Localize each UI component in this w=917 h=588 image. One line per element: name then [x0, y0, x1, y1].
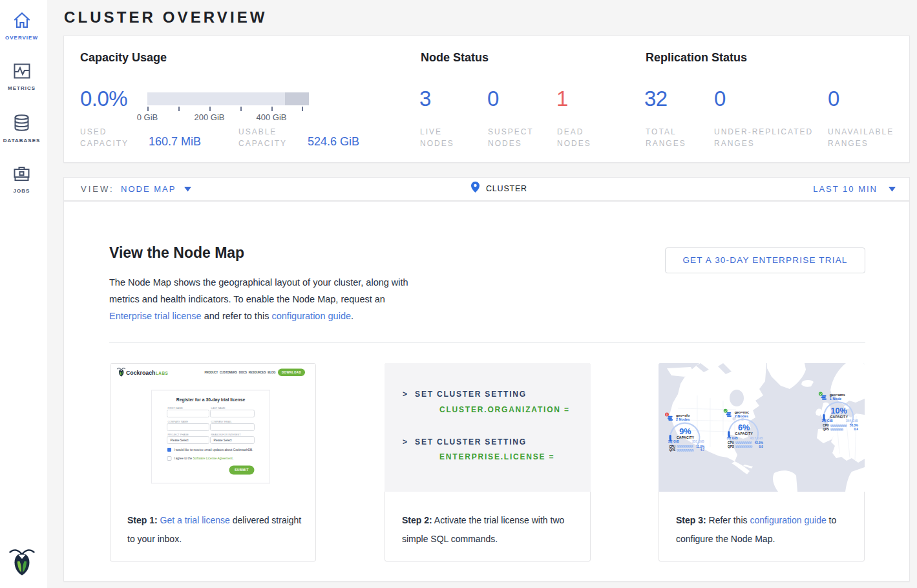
svg-text:3.6 GiB: 3.6 GiB — [822, 419, 834, 423]
svg-text:LAST NAME: LAST NAME — [211, 406, 226, 410]
svg-text:PROJECT PHASE: PROJECT PHASE — [168, 433, 189, 436]
svg-text:43.7 GiB: 43.7 GiB — [750, 436, 763, 440]
svg-text:351 GiB: 351 GiB — [692, 439, 704, 443]
svg-text:I would like to receive email: I would like to receive email updates ab… — [174, 448, 253, 452]
svg-text:3.7 GiB: 3.7 GiB — [726, 436, 738, 440]
svg-text:FIRST NAME: FIRST NAME — [168, 406, 184, 410]
svg-text:REASON FOR INTEREST: REASON FOR INTEREST — [211, 433, 242, 436]
svg-text:42.5%: 42.5% — [755, 441, 763, 445]
svg-text:11.0%: 11.0% — [696, 445, 704, 448]
svg-text:1 Node: 1 Node — [830, 397, 841, 401]
svg-text:PRODUCT CUSTOMERS DOCS R: PRODUCT CUSTOMERS DOCS RESOURCES BLOG — [205, 371, 276, 374]
svg-text:QPS: QPS — [728, 445, 734, 448]
svg-text:Cockroach: Cockroach — [126, 370, 155, 376]
svg-text:Please Select: Please Select — [171, 439, 189, 442]
svg-text:SUBMIT: SUBMIT — [235, 468, 249, 472]
svg-text:DOWNLOAD: DOWNLOAD — [282, 371, 302, 374]
svg-text:CAPACITY: CAPACITY — [677, 436, 695, 439]
svg-text:QPS: QPS — [823, 428, 829, 431]
svg-text:Please Select: Please Select — [214, 439, 233, 442]
svg-text:58.3%: 58.3% — [850, 424, 858, 427]
svg-text:CAPACITY: CAPACITY — [735, 432, 754, 436]
svg-text:364 GiB: 364 GiB — [846, 419, 858, 423]
svg-text:COMPANY EMAIL: COMPANY EMAIL — [211, 420, 233, 423]
svg-text:Register for a 30-day trial li: Register for a 30-day trial license — [176, 397, 246, 403]
svg-text:QPS: QPS — [669, 448, 675, 452]
svg-text:CPU: CPU — [728, 441, 734, 445]
svg-text:2 Nodes: 2 Nodes — [676, 417, 690, 421]
svg-text:0.4: 0.4 — [854, 428, 859, 431]
svg-text:I agree to the Software Licens: I agree to the Software License Agreemen… — [174, 457, 233, 460]
svg-text:CPU: CPU — [823, 424, 829, 427]
svg-text:2 Nodes: 2 Nodes — [735, 414, 748, 418]
svg-text:COMPANY NAME: COMPANY NAME — [168, 420, 189, 423]
svg-text:0.0: 0.0 — [759, 445, 763, 448]
svg-text:LABS: LABS — [156, 371, 168, 375]
svg-text:4.7: 4.7 — [701, 448, 705, 452]
svg-text:3.2 GiB: 3.2 GiB — [668, 439, 680, 443]
svg-text:CPU: CPU — [669, 445, 675, 448]
svg-text:CAPACITY: CAPACITY — [830, 415, 848, 419]
